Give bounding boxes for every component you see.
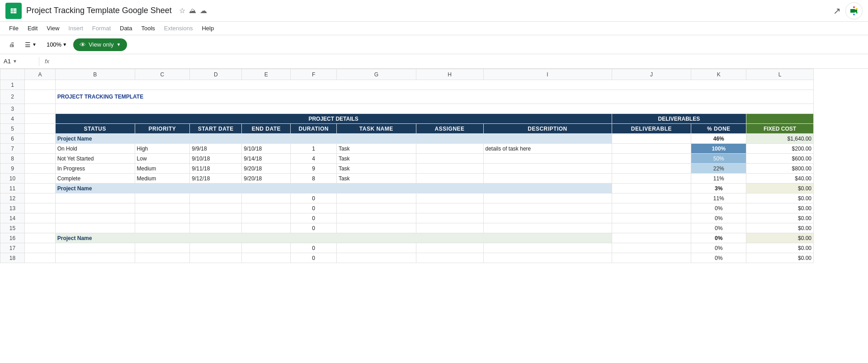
meet-icon[interactable]: [845, 2, 863, 19]
start-date-7[interactable]: 9/9/18: [190, 144, 242, 154]
description-9[interactable]: [483, 164, 612, 174]
fixed-cost-8[interactable]: $600.00: [746, 154, 814, 164]
task-name-9[interactable]: Task: [336, 164, 416, 174]
assignee-9[interactable]: [416, 164, 483, 174]
priority-10[interactable]: Medium: [135, 174, 190, 184]
status-8[interactable]: Not Yet Started: [55, 154, 135, 164]
description-12[interactable]: [483, 193, 612, 203]
col-header-i[interactable]: I: [483, 69, 612, 80]
fixed-cost-12[interactable]: $0.00: [746, 193, 814, 203]
assignee-15[interactable]: [416, 223, 483, 233]
priority-8[interactable]: Low: [135, 154, 190, 164]
view-only-button[interactable]: 👁 View only ▼: [73, 38, 127, 51]
col-header-a[interactable]: A: [25, 69, 56, 80]
cell-a7[interactable]: [25, 144, 56, 154]
start-date-15[interactable]: [190, 223, 242, 233]
cell-a4[interactable]: [25, 114, 56, 124]
task-name-18[interactable]: [336, 253, 416, 263]
pct-done-8[interactable]: 50%: [691, 154, 746, 164]
menu-edit[interactable]: Edit: [24, 24, 41, 33]
priority-15[interactable]: [135, 223, 190, 233]
menu-view[interactable]: View: [43, 24, 63, 33]
col-header-e[interactable]: E: [242, 69, 291, 80]
priority-18[interactable]: [135, 253, 190, 263]
start-date-8[interactable]: 9/10/18: [190, 154, 242, 164]
status-7[interactable]: On Hold: [55, 144, 135, 154]
status-14[interactable]: [55, 213, 135, 223]
assignee-18[interactable]: [416, 253, 483, 263]
col-header-b[interactable]: B: [55, 69, 135, 80]
duration-8[interactable]: 4: [291, 154, 336, 164]
task-name-13[interactable]: [336, 203, 416, 213]
description-8[interactable]: [483, 154, 612, 164]
cell-j11[interactable]: [612, 184, 691, 193]
end-date-8[interactable]: 9/14/18: [242, 154, 291, 164]
pct-done-6[interactable]: 46%: [691, 134, 746, 144]
duration-10[interactable]: 8: [291, 174, 336, 184]
priority-13[interactable]: [135, 203, 190, 213]
assignee-8[interactable]: [416, 154, 483, 164]
pct-done-14[interactable]: 0%: [691, 213, 746, 223]
menu-tools[interactable]: Tools: [137, 24, 158, 33]
description-13[interactable]: [483, 203, 612, 213]
duration-17[interactable]: 0: [291, 243, 336, 253]
pct-done-10[interactable]: 11%: [691, 174, 746, 184]
print-button[interactable]: 🖨: [5, 39, 19, 50]
cell-a13[interactable]: [25, 203, 56, 213]
start-date-10[interactable]: 9/12/18: [190, 174, 242, 184]
project-name-1[interactable]: Project Name: [55, 134, 612, 144]
end-date-10[interactable]: 9/20/18: [242, 174, 291, 184]
task-name-10[interactable]: Task: [336, 174, 416, 184]
fixed-cost-7[interactable]: $200.00: [746, 144, 814, 154]
start-date-17[interactable]: [190, 243, 242, 253]
end-date-17[interactable]: [242, 243, 291, 253]
description-14[interactable]: [483, 213, 612, 223]
cell-b1[interactable]: [55, 80, 813, 90]
pct-done-12[interactable]: 11%: [691, 193, 746, 203]
duration-13[interactable]: 0: [291, 203, 336, 213]
priority-14[interactable]: [135, 213, 190, 223]
status-13[interactable]: [55, 203, 135, 213]
end-date-15[interactable]: [242, 223, 291, 233]
task-name-8[interactable]: Task: [336, 154, 416, 164]
cell-a17[interactable]: [25, 243, 56, 253]
cell-reference[interactable]: A1 ▼: [4, 58, 35, 65]
cell-a2[interactable]: [25, 90, 56, 104]
task-name-15[interactable]: [336, 223, 416, 233]
deliverable-9[interactable]: [612, 164, 691, 174]
pct-done-15[interactable]: 0%: [691, 223, 746, 233]
col-header-f[interactable]: F: [291, 69, 336, 80]
duration-12[interactable]: 0: [291, 193, 336, 203]
cell-a6[interactable]: [25, 134, 56, 144]
task-name-7[interactable]: Task: [336, 144, 416, 154]
duration-14[interactable]: 0: [291, 213, 336, 223]
assignee-13[interactable]: [416, 203, 483, 213]
assignee-7[interactable]: [416, 144, 483, 154]
col-header-d[interactable]: D: [190, 69, 242, 80]
priority-17[interactable]: [135, 243, 190, 253]
assignee-17[interactable]: [416, 243, 483, 253]
task-name-14[interactable]: [336, 213, 416, 223]
description-10[interactable]: [483, 174, 612, 184]
deliverable-15[interactable]: [612, 223, 691, 233]
col-header-g[interactable]: G: [336, 69, 416, 80]
end-date-7[interactable]: 9/10/18: [242, 144, 291, 154]
cell-a5[interactable]: [25, 124, 56, 134]
deliverable-14[interactable]: [612, 213, 691, 223]
sheet-container[interactable]: A B C D E F G H I J K L 1: [0, 69, 868, 363]
status-10[interactable]: Complete: [55, 174, 135, 184]
priority-12[interactable]: [135, 193, 190, 203]
task-name-17[interactable]: [336, 243, 416, 253]
deliverable-17[interactable]: [612, 243, 691, 253]
cell-a9[interactable]: [25, 164, 56, 174]
cell-a16[interactable]: [25, 233, 56, 243]
assignee-14[interactable]: [416, 213, 483, 223]
deliverable-7[interactable]: [612, 144, 691, 154]
deliverable-18[interactable]: [612, 253, 691, 263]
status-12[interactable]: [55, 193, 135, 203]
folder-icon[interactable]: ⛰: [189, 7, 196, 15]
cell-a1[interactable]: [25, 80, 56, 90]
pct-done-13[interactable]: 0%: [691, 203, 746, 213]
end-date-14[interactable]: [242, 213, 291, 223]
priority-7[interactable]: High: [135, 144, 190, 154]
